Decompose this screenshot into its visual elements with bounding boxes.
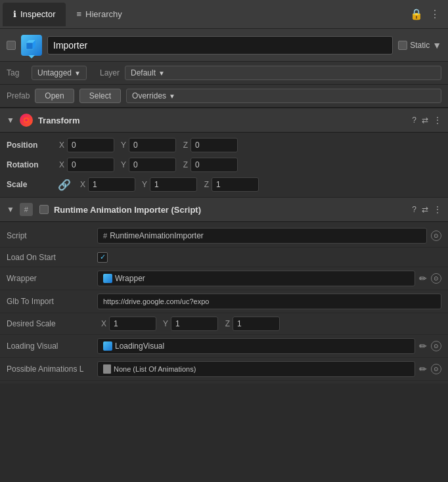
script-label: Script [7, 231, 92, 240]
overrides-dropdown[interactable]: Overrides ▼ [126, 89, 441, 103]
ds-y-label: Y [159, 319, 168, 328]
script-target-icon[interactable]: ⊙ [431, 230, 441, 241]
static-checkbox[interactable] [398, 41, 407, 50]
script-row: Script # RuntimeAnimationImporter ⊙ [0, 225, 448, 248]
ds-y-input[interactable] [171, 317, 218, 331]
rot-y-label: Y [117, 160, 126, 169]
runtime-settings-icon[interactable]: ⇄ [422, 205, 428, 214]
tab-inspector[interactable]: ℹ Inspector [3, 3, 66, 26]
component-enabled-checkbox[interactable] [7, 41, 16, 50]
runtime-enabled-checkbox[interactable] [39, 205, 49, 214]
loading-visual-target-icon[interactable]: ⊙ [431, 341, 441, 351]
layer-dropdown[interactable]: Default ▼ [125, 66, 441, 80]
possible-anim-target-icon[interactable]: ⊙ [431, 364, 441, 374]
loading-visual-field-value: LoadingVisual ✏ ⊙ [97, 338, 441, 354]
component-name-input[interactable] [47, 36, 393, 55]
load-on-start-checkbox[interactable] [97, 252, 108, 263]
possible-anim-doc-icon [103, 364, 111, 374]
position-row: Position X Y Z [0, 135, 448, 155]
loading-visual-value: LoadingVisual [115, 341, 164, 351]
script-object-field[interactable]: # RuntimeAnimationImporter [97, 228, 427, 244]
static-label: Static [410, 41, 430, 50]
possible-anim-label: Possible Animations L [7, 364, 92, 374]
possible-anim-field-value: None (List Of Animations) ✏ ⊙ [97, 361, 441, 377]
rot-z-input[interactable] [190, 158, 238, 172]
transform-fields: Position X Y Z Rotation X Y Z Scale 🔗 X … [0, 133, 448, 197]
select-button[interactable]: Select [79, 89, 121, 103]
runtime-section-icons: ? ⇄ ⋮ [412, 205, 441, 214]
scale-z-input[interactable] [212, 177, 259, 192]
wrapper-row: Wrapper Wrapper ✏ ⊙ [0, 267, 448, 290]
transform-help-icon[interactable]: ? [412, 116, 416, 125]
scale-link-icon[interactable]: 🔗 [58, 179, 71, 191]
runtime-help-icon[interactable]: ? [412, 205, 416, 214]
transform-section-header: ▼ Transform ? ⇄ ⋮ [0, 108, 448, 133]
tag-dropdown-arrow: ▼ [74, 70, 81, 77]
ds-x-label: X [97, 319, 106, 328]
scale-label: Scale [7, 180, 53, 189]
loading-visual-row: Loading Visual LoadingVisual ✏ ⊙ [0, 335, 448, 358]
tag-dropdown[interactable]: Untagged ▼ [32, 66, 87, 80]
wrapper-edit-icon[interactable]: ✏ [419, 273, 427, 284]
ds-x-input[interactable] [109, 317, 156, 331]
prefab-row: Prefab Open Select Overrides ▼ [0, 85, 448, 108]
open-button[interactable]: Open [35, 89, 74, 103]
ds-z-input[interactable] [233, 317, 280, 331]
loading-visual-cube-icon [103, 341, 112, 351]
pos-y-label: Y [117, 141, 126, 150]
transform-title: Transform [38, 116, 80, 125]
transform-section-icons: ? ⇄ ⋮ [412, 116, 441, 125]
transform-settings-icon[interactable]: ⇄ [422, 116, 428, 125]
wrapper-object-field[interactable]: Wrapper [97, 271, 415, 286]
desired-scale-label: Desired Scale [7, 319, 92, 328]
transform-icon [20, 114, 33, 127]
wrapper-value: Wrapper [115, 274, 145, 283]
rot-z-label: Z [179, 160, 188, 169]
scale-z-label: Z [200, 180, 209, 189]
scale-y-input[interactable] [150, 177, 197, 192]
transform-collapse-arrow[interactable]: ▼ [7, 116, 14, 125]
glb-row: Glb To Import https://drive.google.com/u… [0, 290, 448, 313]
loading-visual-edit-icon[interactable]: ✏ [419, 341, 427, 351]
loading-visual-label: Loading Visual [7, 341, 92, 351]
layer-dropdown-arrow: ▼ [158, 70, 165, 77]
lock-icon[interactable]: 🔒 [410, 8, 423, 20]
layer-label: Layer [100, 68, 120, 77]
glb-object-field[interactable]: https://drive.google.com/uc?expo [97, 294, 441, 309]
pos-y-input[interactable] [129, 138, 176, 152]
scale-row: Scale 🔗 X Y Z [0, 175, 448, 194]
tab-actions: 🔒 ⋮ [410, 8, 445, 20]
loading-visual-object-field[interactable]: LoadingVisual [97, 338, 415, 354]
runtime-anim-section-header: ▼ # Runtime Animation Importer (Script) … [0, 197, 448, 222]
scale-x-input[interactable] [88, 177, 135, 192]
transform-more-icon[interactable]: ⋮ [434, 116, 441, 125]
rot-x-input[interactable] [67, 158, 114, 172]
more-icon[interactable]: ⋮ [430, 8, 440, 20]
script-hash-icon: # [20, 203, 33, 216]
runtime-more-icon[interactable]: ⋮ [434, 205, 441, 214]
rotation-row: Rotation X Y Z [0, 155, 448, 175]
ds-z-label: Z [221, 319, 230, 328]
svg-point-4 [25, 119, 28, 121]
pos-z-input[interactable] [190, 138, 238, 152]
tag-label: Tag [7, 68, 26, 77]
pos-x-label: X [55, 141, 64, 150]
pos-x-input[interactable] [67, 138, 114, 152]
tab-inspector-label: Inspector [20, 9, 55, 19]
possible-anim-edit-icon[interactable]: ✏ [419, 364, 427, 374]
tab-hierarchy[interactable]: ≡ Hierarchy [66, 3, 132, 26]
rot-y-input[interactable] [129, 158, 176, 172]
wrapper-target-icon[interactable]: ⊙ [431, 273, 441, 284]
script-fields: Script # RuntimeAnimationImporter ⊙ Load… [0, 222, 448, 383]
component-cube-icon [21, 35, 42, 56]
wrapper-label: Wrapper [7, 274, 92, 283]
runtime-collapse-arrow[interactable]: ▼ [7, 205, 14, 214]
position-label: Position [7, 141, 53, 150]
static-dropdown-arrow[interactable]: ▼ [432, 40, 441, 51]
pos-z-label: Z [179, 141, 188, 150]
possible-anim-object-field[interactable]: None (List Of Animations) [97, 361, 415, 377]
prefab-label: Prefab [7, 91, 30, 100]
component-header: Static ▼ [0, 29, 448, 62]
overrides-dropdown-arrow: ▼ [169, 93, 175, 100]
rotation-label: Rotation [7, 160, 53, 169]
